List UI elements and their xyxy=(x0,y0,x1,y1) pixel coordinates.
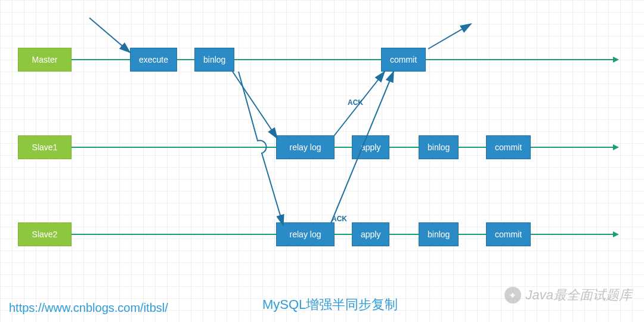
footer-url: https://www.cnblogs.com/itbsl/ xyxy=(9,301,168,315)
node-slave2-commit: commit xyxy=(486,222,531,246)
label-ack-slave1: ACK xyxy=(348,98,363,107)
wechat-icon: ✦ xyxy=(504,287,521,304)
node-slave2-relaylog: relay log xyxy=(276,222,335,246)
edge-out-commit xyxy=(428,24,471,49)
node-slave1-commit: commit xyxy=(486,135,531,159)
watermark-text: Java最全面试题库 xyxy=(526,286,632,304)
edge-in-execute xyxy=(89,18,130,52)
node-master-commit: commit xyxy=(381,48,426,72)
node-slave2-binlog: binlog xyxy=(419,222,459,246)
lane-arrow-master xyxy=(613,57,619,63)
lane-label-slave2: Slave2 xyxy=(18,222,72,246)
connector-overlay xyxy=(0,0,644,322)
edge-binlog-slave1 xyxy=(233,72,277,138)
node-master-binlog: binlog xyxy=(194,48,234,72)
lane-label-master: Master xyxy=(18,48,72,72)
lane-line-slave2 xyxy=(72,234,614,235)
node-slave1-binlog: binlog xyxy=(419,135,459,159)
node-slave2-apply: apply xyxy=(352,222,389,246)
lane-label-slave1: Slave1 xyxy=(18,135,72,159)
lane-arrow-slave2 xyxy=(613,231,619,237)
node-slave1-relaylog: relay log xyxy=(276,135,335,159)
lane-line-slave1 xyxy=(72,147,614,148)
lane-arrow-slave1 xyxy=(613,144,619,150)
node-slave1-apply: apply xyxy=(352,135,389,159)
label-ack-slave2: ACK xyxy=(332,215,347,223)
diagram-title: MySQL增强半同步复制 xyxy=(262,296,398,314)
watermark: ✦ Java最全面试题库 xyxy=(504,286,632,304)
node-master-execute: execute xyxy=(130,48,177,72)
